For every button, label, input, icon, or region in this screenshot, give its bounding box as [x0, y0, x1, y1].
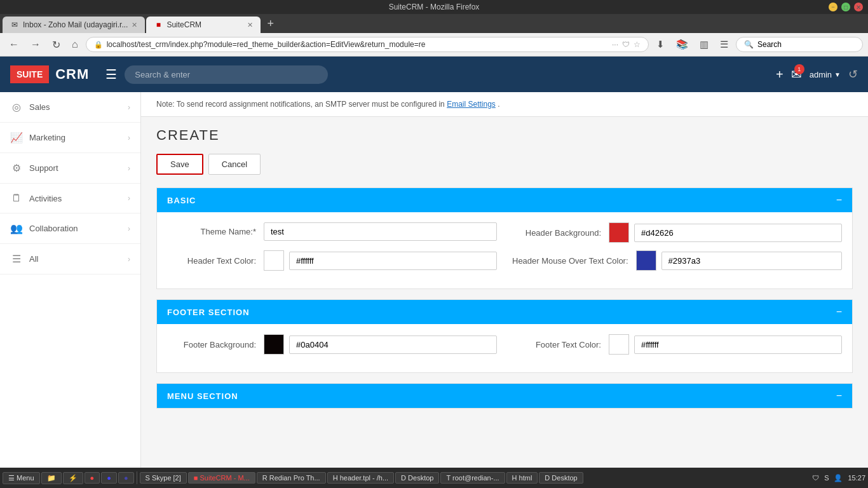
- cancel-button[interactable]: Cancel: [208, 154, 261, 175]
- library-icon[interactable]: 📚: [672, 37, 692, 51]
- sidebar-label-marketing: Marketing: [29, 133, 121, 142]
- overflow-menu-icon[interactable]: ☰: [716, 37, 732, 51]
- taskbar-root-redian[interactable]: T root@redian-...: [440, 472, 505, 484]
- header-refresh-button[interactable]: ↺: [848, 67, 858, 81]
- footer-text-label: Footer Text Color:: [512, 340, 601, 349]
- footer-text-color-group: [609, 334, 842, 355]
- header-text-label: Header Text Color:: [167, 256, 256, 266]
- close-button[interactable]: ✕: [854, 3, 863, 11]
- url-bar[interactable]: 🔒 localhost/test_crm/index.php?module=re…: [86, 37, 649, 52]
- action-buttons: Save Cancel: [156, 154, 853, 175]
- taskbar-html[interactable]: H html: [506, 472, 538, 484]
- email-settings-link[interactable]: Email Settings: [447, 100, 496, 109]
- header-bg-color-input[interactable]: [634, 224, 842, 242]
- lock-icon: 🔒: [94, 41, 103, 49]
- sidebar-item-support[interactable]: ⚙ Support ›: [0, 153, 140, 184]
- theme-name-input[interactable]: [264, 222, 497, 241]
- taskbar-btn-2[interactable]: 📁: [41, 472, 62, 484]
- header-mouseover-color-input[interactable]: [661, 252, 842, 270]
- save-button[interactable]: Save: [156, 154, 203, 175]
- user-menu[interactable]: admin ▼: [810, 70, 841, 79]
- support-icon: ⚙: [10, 162, 23, 174]
- taskbar-desktop1[interactable]: D Desktop: [395, 472, 439, 484]
- notifications-button[interactable]: ✉ 1: [791, 67, 802, 82]
- taskbar-header-tpl[interactable]: H header.tpl - /h...: [327, 472, 394, 484]
- basic-section-body: Theme Name:* Header Background:: [157, 212, 852, 288]
- sidebar-item-marketing[interactable]: 📈 Marketing ›: [0, 123, 140, 153]
- nav-extra-icons: ⬇ 📚 ▥ ☰: [653, 37, 732, 51]
- header-text-swatch[interactable]: [264, 250, 284, 271]
- reload-button[interactable]: ↻: [48, 37, 64, 52]
- app-header: SUITE CRM ☰ + ✉ 1 admin ▼ ↺: [0, 57, 868, 92]
- minimize-button[interactable]: －: [829, 3, 837, 11]
- taskbar-btn-4[interactable]: ●: [85, 472, 100, 484]
- taskbar-menu-button[interactable]: ☰ Menu: [3, 472, 40, 484]
- footer-text-color-input[interactable]: [634, 336, 842, 354]
- taskbar-shield-icon: 🛡: [812, 474, 819, 482]
- footer-text-swatch[interactable]: [609, 334, 629, 355]
- browser-title: SuiteCRM - Mozilla Firefox: [389, 3, 480, 11]
- sidebar-item-collaboration[interactable]: 👥 Collaboration ›: [0, 214, 140, 244]
- app-search-input[interactable]: [125, 65, 328, 84]
- sidebar-panel-icon[interactable]: ▥: [696, 37, 712, 51]
- tab-zoho-close[interactable]: ✕: [132, 21, 137, 29]
- menu-collapse-button[interactable]: −: [836, 390, 842, 402]
- basic-section-title: BASIC: [167, 196, 196, 205]
- taskbar-skype-icon: S: [824, 474, 829, 482]
- taskbar-skype[interactable]: S Skype [2]: [140, 472, 187, 484]
- header-text-color-input[interactable]: [289, 252, 497, 270]
- taskbar-desktop2[interactable]: D Desktop: [539, 472, 583, 484]
- tab-suitecrm[interactable]: ■ SuiteCRM ✕: [146, 17, 261, 33]
- home-button[interactable]: ⌂: [68, 37, 82, 51]
- download-icon[interactable]: ⬇: [653, 37, 668, 51]
- sidebar-label-collaboration: Collaboration: [29, 224, 121, 233]
- hamburger-button[interactable]: ☰: [105, 67, 117, 82]
- maximize-button[interactable]: □: [841, 3, 850, 11]
- taskbar-separator: [137, 471, 137, 484]
- add-button[interactable]: +: [776, 67, 783, 82]
- browser-search-bar[interactable]: 🔍 Search: [736, 37, 863, 52]
- header-bg-swatch[interactable]: [609, 222, 629, 243]
- taskbar-btn-3[interactable]: ⚡: [63, 472, 83, 484]
- taskbar-btn-6[interactable]: ●: [118, 472, 134, 484]
- collaboration-arrow-icon: ›: [128, 224, 130, 233]
- header-mouseover-color-group: [636, 250, 842, 271]
- header-text-group: Header Text Color:: [167, 250, 497, 271]
- sidebar-item-sales[interactable]: ◎ Sales ›: [0, 92, 140, 123]
- all-arrow-icon: ›: [128, 255, 130, 264]
- tab-suitecrm-close[interactable]: ✕: [247, 21, 253, 29]
- footer-bg-swatch[interactable]: [264, 334, 284, 355]
- content-area: Note: To send record assignment notifica…: [141, 92, 868, 468]
- tab-zoho[interactable]: ✉ Inbox - Zoho Mail (udayagiri.r... ✕: [3, 17, 145, 33]
- app-logo: SUITE CRM: [10, 62, 95, 86]
- basic-section: BASIC − Theme Name:* Hea: [156, 187, 853, 289]
- footer-bg-label: Footer Background:: [167, 340, 256, 349]
- header-bg-color-group: [609, 222, 842, 243]
- forward-button[interactable]: →: [27, 37, 44, 51]
- header-mouseover-swatch[interactable]: [636, 250, 656, 271]
- form-container: CREATE Save Cancel BASIC −: [141, 117, 868, 429]
- url-text: localhost/test_crm/index.php?module=red_…: [107, 40, 608, 49]
- footer-text-group: Footer Text Color:: [512, 334, 842, 355]
- marketing-icon: 📈: [10, 132, 23, 144]
- footer-bg-group: Footer Background:: [167, 334, 497, 355]
- sidebar-item-activities[interactable]: 🗒 Activities ›: [0, 184, 140, 214]
- sidebar-item-all[interactable]: ☰ All ›: [0, 244, 140, 274]
- footer-bg-color-input[interactable]: [289, 336, 497, 354]
- footer-bg-color-group: [264, 334, 497, 355]
- search-magnifier-icon: 🔍: [744, 40, 754, 49]
- taskbar-redian[interactable]: R Redian Pro Th...: [257, 472, 326, 484]
- header-mouseover-label: Header Mouse Over Text Color:: [512, 256, 628, 266]
- footer-section-body: Footer Background: Footer Text Color:: [157, 324, 852, 372]
- taskbar-btn-5[interactable]: ●: [101, 472, 117, 484]
- footer-collapse-button[interactable]: −: [836, 306, 842, 318]
- browser-titlebar: SuiteCRM - Mozilla Firefox － □ ✕: [0, 0, 868, 14]
- theme-name-label: Theme Name:*: [167, 227, 256, 236]
- new-tab-button[interactable]: +: [262, 17, 279, 30]
- back-button[interactable]: ←: [5, 37, 23, 51]
- support-arrow-icon: ›: [128, 164, 130, 173]
- taskbar-suitecrm[interactable]: ■ SuiteCRM - M...: [188, 472, 255, 484]
- app-search[interactable]: [125, 65, 328, 84]
- basic-collapse-button[interactable]: −: [836, 194, 842, 206]
- sales-arrow-icon: ›: [128, 103, 130, 112]
